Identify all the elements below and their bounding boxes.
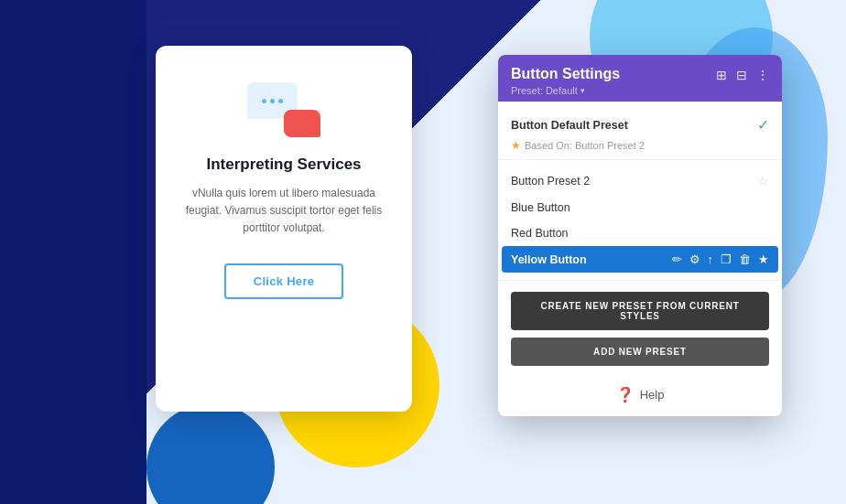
yellow-button-item[interactable]: Yellow Button ✏ ⚙ ↑ ❐ 🗑 ★ — [502, 246, 778, 273]
preset-2-item[interactable]: Button Preset 2 ☆ — [511, 167, 769, 195]
more-options-icon[interactable]: ⋮ — [756, 68, 769, 82]
red-button-name: Red Button — [511, 227, 569, 240]
panel-header: Button Settings Preset: Default ▾ ⊞ ⊟ ⋮ — [498, 55, 782, 102]
card-title: Interpreting Services — [206, 155, 361, 174]
delete-icon[interactable]: 🗑 — [739, 252, 751, 266]
help-circle-icon: ❓ — [616, 386, 634, 403]
card-description: vNulla quis lorem ut libero malesuada fe… — [183, 185, 385, 238]
bg-dark-left — [0, 0, 146, 504]
panel-header-left: Button Settings Preset: Default ▾ — [511, 66, 620, 96]
star-outline-icon: ☆ — [757, 174, 769, 188]
collapse-icon[interactable]: ⊟ — [736, 68, 747, 82]
panel-subtitle[interactable]: Preset: Default ▾ — [511, 85, 620, 96]
card-cta-button[interactable]: Click Here — [224, 263, 344, 299]
selected-preset-actions: ✏ ⚙ ↑ ❐ 🗑 ★ — [672, 252, 770, 266]
create-preset-button[interactable]: CREATE NEW PRESET FROM CURRENT STYLES — [511, 292, 769, 330]
expand-icon[interactable]: ⊞ — [716, 68, 727, 82]
card-icon-area — [247, 82, 320, 137]
bg-circle-blue — [146, 403, 275, 504]
yellow-button-name: Yellow Button — [511, 253, 587, 266]
default-preset-name: Button Default Preset — [511, 119, 628, 132]
edit-icon[interactable]: ✏ — [672, 252, 682, 266]
star-filled-icon: ★ — [511, 139, 521, 152]
blue-button-item[interactable]: Blue Button — [511, 195, 769, 220]
panel-actions: CREATE NEW PRESET FROM CURRENT STYLES AD… — [498, 280, 782, 377]
settings-icon[interactable]: ⚙ — [689, 252, 700, 266]
based-on-text: Based On: Button Preset 2 — [525, 140, 645, 151]
red-button-item[interactable]: Red Button — [511, 220, 769, 246]
panel-header-icons: ⊞ ⊟ ⋮ — [716, 66, 769, 82]
default-preset-item-left: Button Default Preset — [511, 119, 628, 132]
add-preset-button[interactable]: ADD NEW PRESET — [511, 338, 769, 366]
chat-dot-3 — [278, 99, 283, 103]
chat-bubble-secondary-icon — [284, 110, 320, 137]
star-action-icon[interactable]: ★ — [758, 252, 769, 266]
duplicate-icon[interactable]: ❐ — [721, 252, 732, 266]
help-label[interactable]: Help — [640, 388, 665, 402]
upload-icon[interactable]: ↑ — [708, 252, 714, 266]
panel-body: Button Default Preset ✓ ★ Based On: Butt… — [498, 102, 782, 416]
panel-title: Button Settings — [511, 66, 620, 82]
chat-dot-1 — [262, 99, 266, 103]
panel-help[interactable]: ❓ Help — [498, 377, 782, 416]
blue-button-name: Blue Button — [511, 201, 570, 214]
service-card: Interpreting Services vNulla quis lorem … — [156, 46, 412, 412]
preset-based-on: ★ Based On: Button Preset 2 — [511, 139, 769, 152]
default-preset-section: Button Default Preset ✓ ★ Based On: Butt… — [498, 102, 782, 160]
preset-list: Button Preset 2 ☆ Blue Button Red Button… — [498, 160, 782, 280]
default-preset-item[interactable]: Button Default Preset ✓ — [511, 113, 769, 137]
preset-2-name: Button Preset 2 — [511, 175, 590, 188]
chevron-down-icon: ▾ — [580, 86, 585, 95]
check-icon: ✓ — [757, 116, 769, 134]
panel-subtitle-text: Preset: Default — [511, 85, 578, 96]
chat-dot-2 — [270, 99, 275, 103]
button-settings-panel: Button Settings Preset: Default ▾ ⊞ ⊟ ⋮ … — [498, 55, 782, 416]
